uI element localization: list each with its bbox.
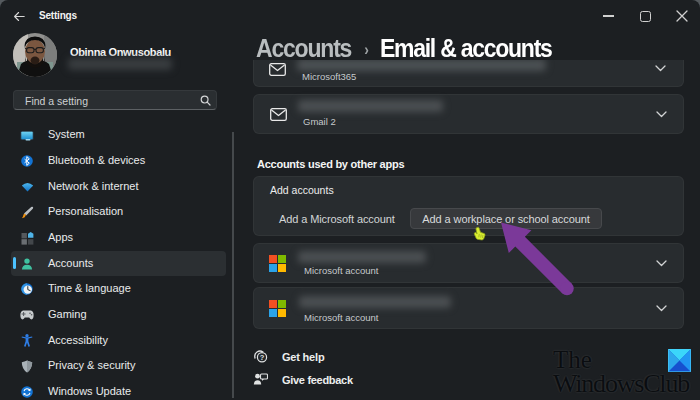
svg-text:?: ? xyxy=(260,353,265,362)
